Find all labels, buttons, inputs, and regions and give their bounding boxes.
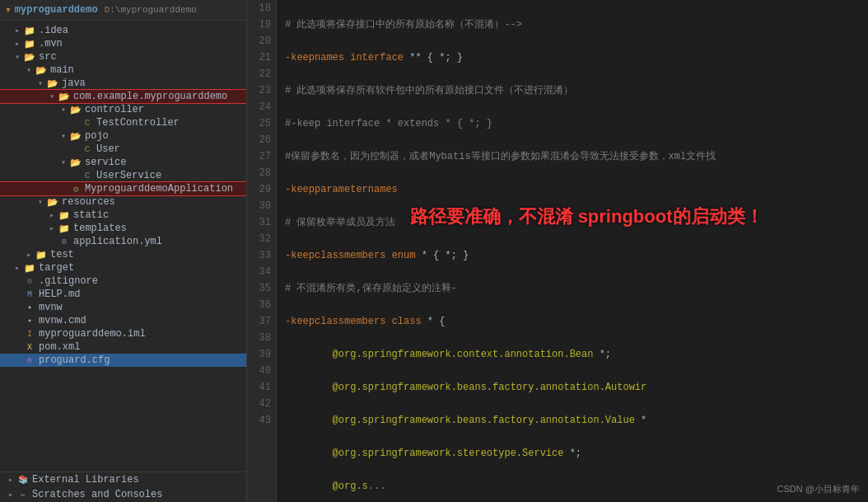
tree-item-proguard[interactable]: ⚙ proguard.cfg xyxy=(0,354,246,367)
code-line-19: -keepnames interface ** { *; } xyxy=(285,49,860,66)
tree-item-target[interactable]: 📁 target xyxy=(0,261,246,274)
tree-item-userservice[interactable]: C UserService xyxy=(0,169,246,182)
ln-33: 33 xyxy=(252,247,271,264)
tree-item-idea[interactable]: 📁 .idea xyxy=(0,24,246,37)
iml-icon: I xyxy=(23,330,36,339)
ln-41: 41 xyxy=(252,379,271,396)
tree-item-mvnw[interactable]: ▪ mvnw xyxy=(0,301,246,314)
tree-item-src[interactable]: 📂 src xyxy=(0,50,246,63)
bottom-nav-scratches[interactable]: ✏ Scratches and Consoles xyxy=(0,487,246,502)
code-line-30: @org.springframework.beans.factory.annot… xyxy=(285,412,860,429)
file-tree-panel: ▾ myproguarddemo D:\myproguarddemo 📁 .id… xyxy=(0,0,247,502)
watermark: CSDN @小目标青年 xyxy=(777,483,860,495)
code-line-31: @org.springframework.stereotype.Service … xyxy=(285,445,860,462)
ln-25: 25 xyxy=(252,115,271,132)
item-label-userservice: UserService xyxy=(96,170,161,181)
ln-18: 18 xyxy=(252,0,271,16)
code-line-20: # 此选项将保存所有软件包中的所有原始接口文件（不进行混淆） xyxy=(285,82,860,99)
item-label-mvn: .mvn xyxy=(39,38,63,49)
tree-item-myproapp[interactable]: ⚙ MyproguarddemoApplication xyxy=(0,182,246,195)
project-icon: ▾ xyxy=(5,3,12,16)
item-label-target: target xyxy=(39,262,74,274)
ln-35: 35 xyxy=(252,280,271,297)
file-icon-mvnw: ▪ xyxy=(23,303,36,312)
ln-28: 28 xyxy=(252,165,271,181)
code-lines[interactable]: # 此选项将保存接口中的所有原始名称（不混淆）--> -keepnames in… xyxy=(277,0,868,502)
code-line-25: -keepclassmembers enum * { *; } xyxy=(285,247,860,264)
folder-icon-pojo: 📂 xyxy=(69,131,82,142)
item-label-static: static xyxy=(73,209,109,221)
item-label-test: test xyxy=(50,249,74,260)
item-label-help: HELP.md xyxy=(39,289,80,300)
tree-item-help[interactable]: M HELP.md xyxy=(0,288,246,301)
code-line-22: #保留参数名，因为控制器，或者Mybatis等接口的参数如果混淆会导致无法接受参… xyxy=(285,148,860,165)
ln-32: 32 xyxy=(252,231,271,247)
tree-item-test[interactable]: 📁 test xyxy=(0,248,246,261)
ln-42: 42 xyxy=(252,396,271,412)
arrow-com xyxy=(46,91,58,101)
arrow-resources xyxy=(35,197,46,207)
gitignore-icon: ⊙ xyxy=(23,276,36,286)
folder-icon-src: 📂 xyxy=(23,52,36,63)
tree-item-mvnwcmd[interactable]: ▪ mvnw.cmd xyxy=(0,314,246,327)
tree-item-gitignore[interactable]: ⊙ .gitignore xyxy=(0,274,246,288)
tree-item-com[interactable]: 📂 com.example.myproguarddemo xyxy=(0,90,246,103)
class-icon-userservice: C xyxy=(81,171,94,181)
ln-39: 39 xyxy=(252,346,271,363)
ln-37: 37 xyxy=(252,313,271,330)
class-icon-testcontroller: C xyxy=(81,118,94,128)
folder-icon-test: 📁 xyxy=(35,250,48,260)
ln-40: 40 xyxy=(252,363,271,379)
tree-item-service[interactable]: 📂 service xyxy=(0,156,246,169)
tree-item-resources[interactable]: 📂 resources xyxy=(0,195,246,209)
folder-icon-target: 📁 xyxy=(23,263,36,274)
arrow-pojo xyxy=(58,131,69,141)
arrow-java xyxy=(35,78,46,88)
item-label-iml: myproguarddemo.iml xyxy=(39,328,146,340)
arrow-mvn xyxy=(12,39,23,49)
code-line-28: @org.springframework.context.annotation.… xyxy=(285,346,860,363)
tree-item-iml[interactable]: I myproguarddemo.iml xyxy=(0,327,246,340)
arrow-src xyxy=(12,52,23,62)
code-area: 18 19 20 21 22 23 24 25 26 27 28 29 30 3… xyxy=(247,0,868,502)
item-label-service: service xyxy=(85,157,126,168)
folder-icon-mvn: 📁 xyxy=(23,39,36,49)
tree-item-templates[interactable]: 📁 templates xyxy=(0,222,246,235)
item-label-mvnwcmd: mvnw.cmd xyxy=(39,315,86,326)
ln-26: 26 xyxy=(252,132,271,148)
item-label-user: User xyxy=(96,143,120,155)
folder-icon-templates: 📁 xyxy=(58,223,71,234)
tree-item-pom[interactable]: X pom.xml xyxy=(0,340,246,354)
ln-23: 23 xyxy=(252,82,271,99)
line-numbers: 18 19 20 21 22 23 24 25 26 27 28 29 30 3… xyxy=(247,0,277,502)
project-header[interactable]: ▾ myproguarddemo D:\myproguarddemo xyxy=(0,0,246,21)
bottom-nav-external[interactable]: 📚 External Libraries xyxy=(0,472,246,487)
md-icon: M xyxy=(23,290,36,299)
tree-item-main[interactable]: 📂 main xyxy=(0,63,246,77)
ln-38: 38 xyxy=(252,330,271,346)
arrow-external xyxy=(5,475,16,485)
folder-icon-static: 📁 xyxy=(58,210,71,221)
item-label-resources: resources xyxy=(62,196,115,208)
tree-item-testcontroller[interactable]: C TestController xyxy=(0,116,246,129)
item-label-testcontroller: TestController xyxy=(96,117,180,129)
ln-30: 30 xyxy=(252,198,271,214)
code-line-23: -keepparameternames xyxy=(285,181,860,198)
arrow-static xyxy=(46,210,58,220)
folder-icon-com: 📂 xyxy=(58,91,71,102)
item-label-myproapp: MyproguarddemoApplication xyxy=(85,183,233,195)
class-icon-myproapp: ⚙ xyxy=(69,184,82,195)
external-icon: 📚 xyxy=(16,475,30,485)
file-icon-mvnwcmd: ▪ xyxy=(23,317,36,326)
arrow-controller xyxy=(58,105,69,115)
tree-item-appyml[interactable]: ⚙ application.yml xyxy=(0,235,246,248)
scratches-icon: ✏ xyxy=(16,490,30,500)
arrow-test xyxy=(23,250,35,260)
tree-item-pojo[interactable]: 📂 pojo xyxy=(0,129,246,143)
tree-item-static[interactable]: 📁 static xyxy=(0,209,246,222)
tree-item-user[interactable]: C User xyxy=(0,143,246,156)
tree-item-java[interactable]: 📂 java xyxy=(0,77,246,90)
tree-item-controller[interactable]: 📂 controller xyxy=(0,103,246,116)
code-line-29: @org.springframework.beans.factory.annot… xyxy=(285,379,860,396)
tree-item-mvn[interactable]: 📁 .mvn xyxy=(0,37,246,50)
